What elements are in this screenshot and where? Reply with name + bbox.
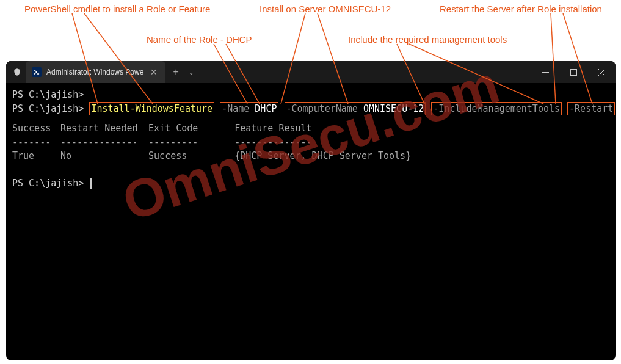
titlebar: Administrator: Windows Powe ✕ + ⌄ bbox=[6, 61, 616, 83]
cursor bbox=[90, 178, 92, 189]
window-controls bbox=[531, 61, 616, 83]
result-restart-needed: No bbox=[60, 149, 143, 163]
close-tab-icon[interactable]: ✕ bbox=[148, 67, 159, 78]
result-exit-code: Success bbox=[148, 149, 212, 163]
result-dash-row: ------- -------------- --------- -------… bbox=[12, 136, 609, 150]
val-computer: OMNISECU-12 bbox=[363, 103, 424, 114]
highlight-name: -Name DHCP bbox=[220, 102, 278, 115]
prompt: PS C:\jajish> bbox=[12, 103, 84, 114]
result-value-row: True No Success {DHCP Server, DHCP Serve… bbox=[12, 149, 609, 163]
highlight-mgmt: -IncludeManagementTools bbox=[431, 102, 562, 115]
new-tab-button[interactable]: + bbox=[168, 67, 183, 78]
terminal-content[interactable]: OmniSecu.com PS C:\jajish> PS C:\jajish>… bbox=[6, 83, 616, 195]
command-line: PS C:\jajish> Install-WindowsFeature -Na… bbox=[12, 102, 609, 116]
param-mgmt: -IncludeManagementTools bbox=[433, 103, 560, 114]
param-restart: -Restart bbox=[569, 103, 613, 114]
cmdlet: Install-WindowsFeature bbox=[91, 103, 212, 114]
header-success: Success bbox=[12, 122, 55, 136]
annotations-layer: PowerShell cmdlet to install a Role or F… bbox=[0, 0, 621, 61]
header-exit-code: Exit Code bbox=[148, 122, 212, 136]
annotation-restart: Restart the Server after Role installati… bbox=[440, 4, 602, 14]
maximize-button[interactable] bbox=[559, 61, 587, 83]
highlight-restart: -Restart bbox=[567, 102, 615, 115]
tab-title: Administrator: Windows Powe bbox=[46, 68, 143, 76]
result-header-row: Success Restart Needed Exit Code Feature… bbox=[12, 122, 609, 136]
terminal-window: Administrator: Windows Powe ✕ + ⌄ OmniSe… bbox=[6, 61, 616, 360]
dash-4: -------------- bbox=[234, 136, 311, 150]
header-feature-result: Feature Result bbox=[234, 122, 311, 136]
annotation-cmdlet: PowerShell cmdlet to install a Role or F… bbox=[24, 4, 210, 14]
tab-active[interactable]: Administrator: Windows Powe ✕ bbox=[26, 61, 165, 83]
dash-3: --------- bbox=[148, 136, 212, 150]
close-window-button[interactable] bbox=[587, 61, 616, 83]
header-restart-needed: Restart Needed bbox=[60, 122, 143, 136]
annotation-server: Install on Server OMNISECU-12 bbox=[260, 4, 391, 14]
svg-rect-13 bbox=[570, 69, 576, 75]
param-computer: -ComputerName bbox=[286, 103, 358, 114]
prompt: PS C:\jajish> bbox=[12, 178, 84, 189]
annotation-role-name: Name of the Role - DHCP bbox=[147, 34, 252, 45]
prompt-line-1: PS C:\jajish> bbox=[12, 88, 609, 102]
prompt-line-final: PS C:\jajish> bbox=[12, 177, 609, 191]
annotation-mgmt-tools: Include the required management tools bbox=[348, 34, 507, 45]
result-success: True bbox=[12, 149, 55, 163]
highlight-computer: -ComputerName OMNISECU-12 bbox=[285, 102, 426, 115]
powershell-icon bbox=[32, 67, 42, 77]
highlight-cmdlet: Install-WindowsFeature bbox=[89, 102, 214, 115]
param-name: -Name bbox=[222, 103, 249, 114]
shield-icon bbox=[12, 67, 22, 77]
result-feature-result: {DHCP Server, DHCP Server Tools} bbox=[234, 149, 411, 163]
prompt: PS C:\jajish> bbox=[12, 89, 84, 100]
val-name: DHCP bbox=[255, 103, 277, 114]
dash-2: -------------- bbox=[60, 136, 143, 150]
minimize-button[interactable] bbox=[531, 61, 559, 83]
tab-dropdown-icon[interactable]: ⌄ bbox=[184, 69, 198, 76]
dash-1: ------- bbox=[12, 136, 55, 150]
